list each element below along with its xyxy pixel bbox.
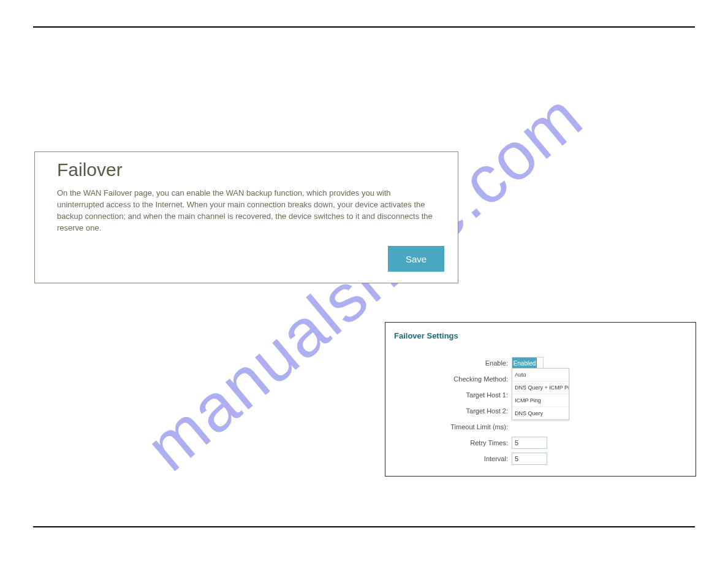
enable-toggle[interactable]: Enabled xyxy=(512,357,544,369)
label-retry: Retry Times: xyxy=(394,439,512,446)
retry-times-input[interactable]: 5 xyxy=(512,437,547,449)
interval-value: 5 xyxy=(515,455,518,462)
label-interval: Interval: xyxy=(394,455,512,462)
failover-settings-panel: Failover Settings Enable: Enabled Checki… xyxy=(385,322,696,477)
label-enable: Enable: xyxy=(394,359,512,367)
save-button[interactable]: Save xyxy=(388,246,444,272)
dropdown-option[interactable]: DNS Query xyxy=(512,407,569,419)
checking-method-dropdown: Auto DNS Query + ICMP Ping ICMP Ping DNS… xyxy=(512,368,569,420)
row-interval: Interval: 5 xyxy=(394,451,684,467)
interval-input[interactable]: 5 xyxy=(512,453,547,465)
label-host2: Target Host 2: xyxy=(394,407,512,415)
failover-description-panel: Failover On the WAN Failover page, you c… xyxy=(34,151,458,283)
dropdown-option[interactable]: ICMP Ping xyxy=(512,394,569,407)
enable-toggle-state: Enabled xyxy=(512,358,537,369)
page-top-rule xyxy=(33,26,695,28)
label-method: Checking Method: xyxy=(394,375,512,383)
row-retry: Retry Times: 5 xyxy=(394,435,684,451)
label-host1: Target Host 1: xyxy=(394,391,512,399)
page-bottom-rule xyxy=(33,526,695,527)
enable-toggle-off xyxy=(537,358,543,369)
failover-description: On the WAN Failover page, you can enable… xyxy=(57,188,438,234)
dropdown-option[interactable]: DNS Query + ICMP Ping xyxy=(512,381,569,394)
failover-title: Failover xyxy=(57,159,438,180)
dropdown-option[interactable]: Auto xyxy=(512,369,569,381)
settings-panel-title: Failover Settings xyxy=(394,331,684,340)
save-button-label: Save xyxy=(406,254,427,264)
retry-times-value: 5 xyxy=(515,439,518,446)
label-timeout: Timeout Limit (ms): xyxy=(394,423,512,431)
row-timeout: Timeout Limit (ms): xyxy=(394,419,684,435)
